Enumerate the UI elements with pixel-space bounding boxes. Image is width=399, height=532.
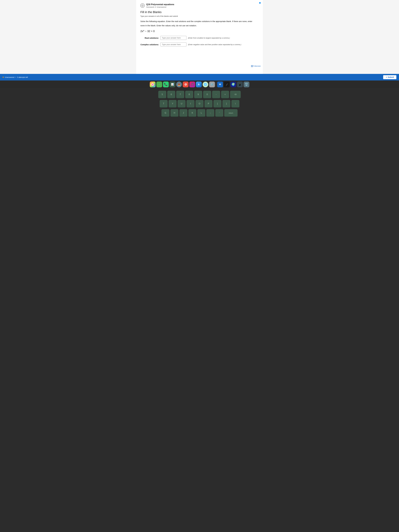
status-label: Unanswered [157, 6, 166, 8]
dock-font[interactable]: 𝑓 [224, 82, 230, 87]
keyboard-row-ghjkl: G H J K L ; ' return [1, 109, 398, 117]
bottom-bar: Unanswered • 3 attempts left Submit [0, 74, 399, 81]
svg-rect-3 [252, 65, 253, 66]
key-T[interactable]: T [160, 100, 168, 108]
real-solutions-label: Real solutions: [140, 37, 159, 39]
fullscreen-button[interactable]: Fullscreen [251, 65, 261, 67]
keyboard-area: 5 6 7 8 9 0 - = ⌫ T Y U I O P [ ] \ G H … [0, 88, 399, 532]
unanswered-label: Unanswered [5, 76, 14, 78]
key-bracket-open[interactable]: [ [214, 100, 222, 108]
key-backslash[interactable]: \ [231, 100, 239, 108]
app-area: Q Q16 Polynomial equations Homework Unan… [0, 0, 399, 81]
question-icon: Q [140, 3, 145, 8]
submit-button[interactable]: Submit [383, 75, 396, 79]
dock-chrome[interactable]: 🌐 [203, 82, 208, 87]
dock-nosign[interactable]: ⊘ [183, 82, 189, 87]
key-O[interactable]: O [196, 100, 203, 108]
complex-solutions-row: Complex solutions: (Enter negative value… [140, 43, 259, 46]
question-title: Q16 Polynomial equations [146, 3, 174, 6]
problem-description-1: Solve the following equation. Enter the … [140, 20, 259, 23]
key-5[interactable]: 5 [158, 91, 166, 98]
content-wrapper: Q Q16 Polynomial equations Homework Unan… [136, 0, 263, 74]
key-Y[interactable]: Y [169, 100, 177, 108]
key-bracket-close[interactable]: ] [222, 100, 230, 108]
submit-icon [386, 76, 387, 78]
problem-description-2: none in the blank. Enter the values only… [140, 24, 259, 27]
key-I[interactable]: I [187, 100, 195, 108]
unanswered-dot [3, 77, 4, 78]
dock-stats[interactable]: 📊 [170, 82, 175, 87]
separator-dot [155, 7, 156, 7]
notification-badge [259, 2, 261, 4]
section-title: Fill in the Blanks [140, 10, 259, 14]
key-0[interactable]: 0 [203, 91, 211, 98]
real-solutions-input[interactable] [160, 36, 186, 40]
key-8[interactable]: 8 [185, 91, 193, 98]
dock-music[interactable]: 🎵 [189, 82, 195, 87]
svg-rect-5 [252, 66, 253, 67]
keyboard-row-numbers: 5 6 7 8 9 0 - = ⌫ [1, 91, 398, 98]
key-delete[interactable]: ⌫ [230, 91, 241, 98]
key-quote[interactable]: ' [215, 109, 223, 117]
homework-label: Homework [146, 6, 154, 8]
key-equals[interactable]: = [221, 91, 229, 98]
key-7[interactable]: 7 [176, 91, 184, 98]
dock-phone[interactable]: 📞 [163, 82, 169, 87]
key-return[interactable]: return [224, 109, 238, 117]
dock-trash[interactable]: 🗑️ [244, 82, 249, 87]
key-9[interactable]: 9 [194, 91, 202, 98]
svg-rect-2 [251, 65, 252, 66]
key-G[interactable]: G [162, 109, 169, 117]
key-K[interactable]: K [188, 109, 196, 117]
dock-settings[interactable]: ⚙️ [209, 82, 215, 87]
instructions-text: Type your answers in all of the blanks a… [140, 15, 259, 17]
dock-word[interactable]: W [217, 82, 223, 87]
equation-display: 2x⁴ − 32 = 0 [140, 30, 259, 33]
dock-appstore[interactable]: A [196, 82, 202, 87]
dock: 🌸 ··· 📞 📊 📥 ⊘ 🎵 A 🌐 ⚙️ W 𝑓 🌍 📱 🗑️ [0, 81, 399, 88]
dock-airdrop[interactable]: 📥 [176, 82, 182, 87]
real-solutions-hint: (Enter from smallest to largest separate… [188, 37, 230, 39]
keyboard-row-tyuiop: T Y U I O P [ ] \ [1, 100, 398, 108]
key-J[interactable]: J [179, 109, 187, 117]
key-H[interactable]: H [171, 109, 178, 117]
dock-messages[interactable]: ··· [156, 82, 162, 87]
complex-solutions-label: Complex solutions: [140, 43, 159, 46]
key-semicolon[interactable]: ; [206, 109, 214, 117]
dock-screentime[interactable]: 📱 [237, 82, 243, 87]
key-U[interactable]: U [177, 100, 185, 108]
key-L[interactable]: L [197, 109, 205, 117]
real-solutions-row: Real solutions: (Enter from smallest to … [140, 36, 259, 40]
status-area: Unanswered • 3 attempts left [3, 76, 28, 78]
question-meta: Q16 Polynomial equations Homework Unansw… [146, 3, 174, 8]
complex-solutions-hint: (Enter negative value and then positive … [188, 44, 241, 45]
question-subtitle: Homework Unanswered [146, 6, 174, 8]
attempts-label: 3 attempts left [17, 76, 28, 78]
svg-rect-4 [251, 66, 252, 67]
dock-separator [216, 82, 216, 87]
key-minus[interactable]: - [212, 91, 220, 98]
key-P[interactable]: P [204, 100, 212, 108]
complex-solutions-input[interactable] [160, 43, 186, 46]
fullscreen-icon [251, 65, 253, 67]
dock-photos[interactable]: 🌸 [150, 82, 156, 87]
svg-text:Q: Q [142, 5, 143, 6]
dock-globe[interactable]: 🌍 [230, 82, 236, 87]
key-6[interactable]: 6 [167, 91, 175, 98]
question-header: Q Q16 Polynomial equations Homework Unan… [140, 3, 259, 8]
